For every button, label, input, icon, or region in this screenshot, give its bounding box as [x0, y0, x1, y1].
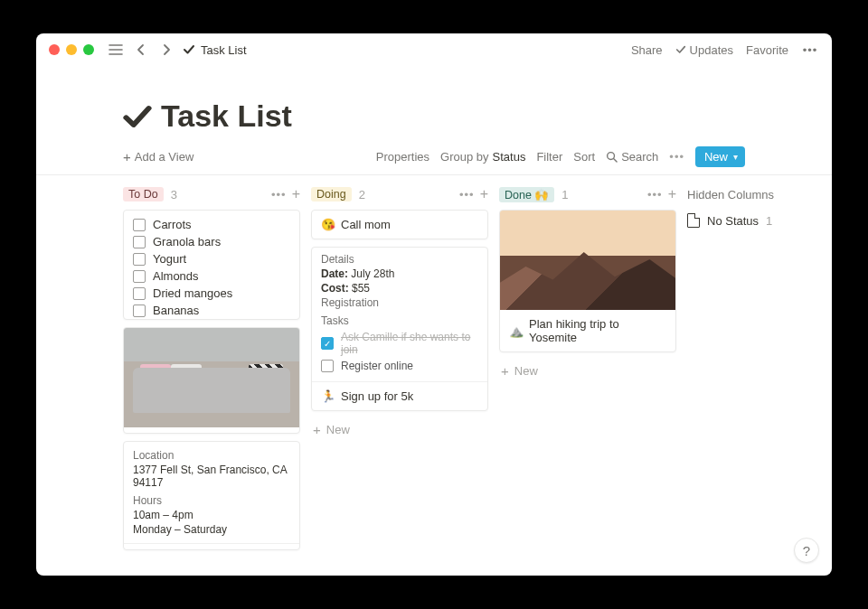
column-add-icon[interactable]: +: [668, 186, 676, 202]
filter-button[interactable]: Filter: [536, 150, 562, 164]
card-cover-image: [500, 211, 675, 310]
detail-label: Details: [321, 253, 478, 266]
column-count: 1: [561, 188, 568, 201]
hidden-columns-header: Hidden Columns +: [687, 184, 832, 210]
board: To Do 3 ••• + Carrots Granola bars Yogur…: [36, 175, 832, 576]
column-doing: Doing 2 ••• + 😘 Call mom: [311, 184, 488, 557]
card[interactable]: Details Date: July 28th Cost: $55 Regist…: [311, 247, 488, 411]
column-todo: To Do 3 ••• + Carrots Granola bars Yogur…: [123, 184, 300, 557]
titlebar: Task List Share Updates Favorite •••: [36, 33, 832, 66]
plus-icon: +: [501, 363, 509, 379]
card-cover-image: [124, 328, 299, 427]
minimize-window-icon[interactable]: [66, 44, 77, 55]
card[interactable]: 😘 Call mom: [311, 210, 488, 239]
updates-button[interactable]: Updates: [675, 43, 733, 57]
hidden-column-item[interactable]: No Status 1: [687, 210, 832, 231]
checklist-item[interactable]: Carrots: [133, 218, 290, 231]
sidebar-toggle-icon[interactable]: [107, 41, 125, 59]
column-label[interactable]: Doing: [311, 187, 352, 201]
hidden-column-label: No Status: [707, 214, 759, 228]
card-title: Plan hiking trip to Yosemite: [529, 317, 666, 344]
detail-label: Tasks: [321, 314, 478, 327]
column-more-icon[interactable]: •••: [271, 188, 287, 201]
checklist-item[interactable]: Almonds: [133, 269, 290, 283]
column-label[interactable]: Done 🙌: [499, 187, 554, 202]
page-head: Task List: [36, 66, 832, 134]
detail-label: Location: [133, 449, 290, 462]
properties-button[interactable]: Properties: [376, 150, 429, 164]
column-header: Doing 2 ••• +: [311, 184, 488, 210]
column-new-button[interactable]: + New: [311, 418, 488, 441]
search-button[interactable]: Search: [606, 150, 658, 164]
column-count: 2: [359, 188, 365, 201]
page-title[interactable]: Task List: [161, 98, 292, 134]
detail-label: Registration: [321, 296, 478, 309]
column-header: To Do 3 ••• +: [123, 184, 300, 210]
column-more-icon[interactable]: •••: [459, 188, 475, 201]
page-more-icon[interactable]: •••: [801, 41, 819, 59]
breadcrumb-title: Task List: [201, 43, 247, 57]
column-header: Done 🙌 1 ••• +: [499, 184, 676, 210]
hidden-columns: Hidden Columns + No Status 1: [687, 184, 832, 557]
column-add-icon[interactable]: +: [292, 186, 300, 202]
card[interactable]: ⛰️ Plan hiking trip to Yosemite: [499, 210, 676, 352]
hidden-columns-label: Hidden Columns: [687, 188, 774, 201]
new-button[interactable]: New ▾: [695, 146, 745, 167]
fullscreen-window-icon[interactable]: [83, 44, 94, 55]
detail-label: Hours: [133, 494, 290, 507]
svg-line-4: [614, 159, 618, 163]
card[interactable]: Location 1377 Fell St, San Francisco, CA…: [123, 441, 300, 550]
checklist-item[interactable]: Yogurt: [133, 252, 290, 266]
share-button[interactable]: Share: [631, 43, 663, 57]
plus-icon: +: [313, 422, 321, 437]
favorite-button[interactable]: Favorite: [746, 43, 788, 57]
checklist-item[interactable]: Register online: [321, 360, 478, 372]
top-actions: Share Updates Favorite •••: [631, 41, 819, 59]
column-new-button[interactable]: + New: [499, 360, 676, 382]
card-emoji-icon: 😘: [321, 218, 335, 231]
card-title: Sign up for 5k: [341, 389, 413, 403]
card-emoji-icon: 🏃: [321, 389, 335, 403]
app-window: Task List Share Updates Favorite ••• Tas…: [36, 33, 832, 576]
window-controls: [49, 44, 94, 55]
sort-button[interactable]: Sort: [573, 150, 595, 164]
card[interactable]: Carrots Granola bars Yogurt Almonds Drie…: [123, 210, 300, 320]
column-count: 3: [171, 188, 177, 201]
hidden-column-count: 1: [766, 214, 772, 228]
page-icon: [687, 213, 700, 228]
plus-icon: +: [123, 149, 131, 164]
view-toolbar: + Add a View Properties Group by Status …: [36, 134, 832, 175]
checklist-item[interactable]: ✓Ask Camille if she wants to join: [321, 331, 478, 356]
page-content: Task List + Add a View Properties Group …: [36, 66, 832, 576]
breadcrumb[interactable]: Task List: [183, 43, 247, 57]
checklist-item[interactable]: Granola bars: [133, 235, 290, 248]
checklist-item[interactable]: Bananas: [133, 304, 290, 317]
column-more-icon[interactable]: •••: [647, 188, 663, 201]
column-done: Done 🙌 1 ••• + ⛰️ Plan hiking trip to Yo…: [499, 184, 676, 557]
help-button[interactable]: ?: [794, 538, 819, 563]
check-icon: [675, 44, 686, 55]
nav-forward-icon[interactable]: [157, 41, 175, 59]
column-label[interactable]: To Do: [123, 187, 164, 201]
page-icon[interactable]: [121, 102, 153, 131]
check-icon: [183, 43, 195, 56]
nav-back-icon[interactable]: [132, 41, 150, 59]
groupby-button[interactable]: Group by Status: [440, 150, 525, 164]
card[interactable]: 🛋️ Sell couch: [123, 327, 300, 434]
detail-value: 1377 Fell St, San Francisco, CA 94117: [133, 464, 290, 489]
card-title: Call mom: [341, 218, 391, 231]
search-icon: [606, 151, 618, 163]
view-more-icon[interactable]: •••: [669, 150, 684, 164]
chevron-down-icon: ▾: [733, 152, 738, 162]
detail-value: 10am – 4pm: [133, 509, 290, 521]
add-view-button[interactable]: + Add a View: [123, 149, 193, 164]
column-add-icon[interactable]: +: [480, 186, 488, 202]
detail-value: Monday – Saturday: [133, 523, 290, 536]
close-window-icon[interactable]: [49, 44, 60, 55]
checklist-item[interactable]: Dried mangoes: [133, 286, 290, 300]
card-emoji-icon: ⛰️: [509, 324, 524, 338]
